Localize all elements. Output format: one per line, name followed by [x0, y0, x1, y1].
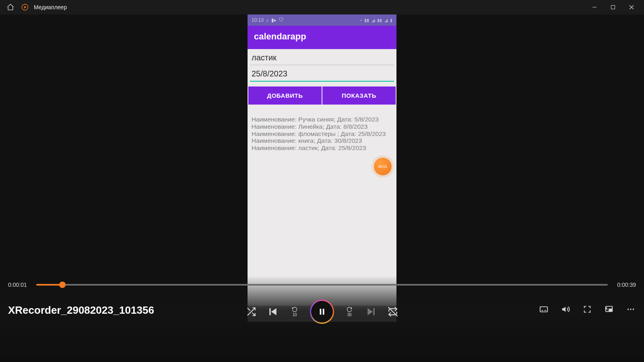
- repeat-button[interactable]: [388, 306, 398, 317]
- captions-button[interactable]: [539, 304, 549, 315]
- fullscreen-button[interactable]: [582, 304, 592, 315]
- svg-rect-7: [323, 309, 324, 315]
- svg-rect-3: [611, 6, 615, 9]
- rewind-10-button[interactable]: 10: [289, 306, 300, 317]
- svg-rect-9: [373, 308, 374, 315]
- svg-point-14: [627, 309, 629, 310]
- app-bar-title: calendarapp: [248, 26, 396, 49]
- signal-icon: ◢: [384, 18, 388, 23]
- items-list: Наименование: Ручка синяя; Дата: 5/8/202…: [248, 105, 396, 163]
- phone-screen: 10:13 ⌕ ▮▸ ⛉ • ▮▮ ◢ ▮▮ ◢ ▮ calendarapp л…: [248, 14, 396, 322]
- app-logo-icon: [21, 3, 29, 11]
- list-item: Наименование: Ручка синяя; Дата: 5/8/202…: [252, 116, 392, 123]
- camera-icon: ▮▸: [271, 17, 277, 23]
- window-title: Медиаплеер: [34, 4, 67, 10]
- svg-marker-8: [367, 308, 373, 315]
- seek-track[interactable]: [36, 284, 608, 286]
- list-item: Наименование: ластик; Дата: 25/8/2023: [252, 144, 392, 152]
- svg-rect-2: [592, 7, 597, 8]
- secondary-controls: [539, 304, 636, 315]
- elapsed-time: 0:00:01: [8, 282, 32, 288]
- signal-icon: ▮▮: [377, 18, 382, 23]
- close-button[interactable]: [622, 0, 641, 14]
- next-button[interactable]: [366, 306, 376, 317]
- dot-icon: •: [360, 18, 362, 23]
- add-button[interactable]: ДОБАВИТЬ: [248, 86, 322, 105]
- show-button[interactable]: ПОКАЗАТЬ: [322, 86, 396, 105]
- forward-label: 30: [347, 313, 351, 317]
- list-item: Наименование: фломастеры ; Дата: 25/8/20…: [252, 130, 392, 138]
- total-time: 0:00:39: [612, 282, 636, 288]
- recording-time: 00:01: [378, 165, 388, 169]
- more-button[interactable]: [625, 304, 636, 315]
- phone-clock: 10:13: [252, 17, 264, 23]
- svg-point-16: [633, 309, 634, 310]
- forward-30-button[interactable]: 30: [344, 306, 355, 317]
- action-row: ДОБАВИТЬ ПОКАЗАТЬ: [248, 86, 396, 105]
- status-icon: ⌕: [266, 17, 269, 23]
- minimize-button[interactable]: [585, 0, 604, 14]
- phone-status-bar: 10:13 ⌕ ▮▸ ⛉ • ▮▮ ◢ ▮▮ ◢ ▮: [248, 14, 396, 26]
- pause-icon: [318, 307, 326, 316]
- svg-marker-1: [24, 6, 26, 9]
- svg-rect-13: [609, 309, 612, 311]
- svg-marker-5: [271, 308, 277, 315]
- titlebar: Медиаплеер: [0, 0, 644, 14]
- date-input[interactable]: 25/8/2023: [250, 65, 394, 82]
- video-viewport[interactable]: 10:13 ⌕ ▮▸ ⛉ • ▮▮ ◢ ▮▮ ◢ ▮ calendarapp л…: [0, 14, 644, 276]
- shield-icon: ⛉: [279, 17, 284, 23]
- volume-button[interactable]: [560, 304, 571, 315]
- svg-rect-4: [269, 308, 270, 315]
- battery-icon: ▮: [390, 18, 392, 23]
- media-title: XRecorder_29082023_101356: [8, 304, 154, 317]
- miniplayer-button[interactable]: [604, 304, 614, 315]
- svg-marker-11: [562, 307, 566, 312]
- svg-point-15: [630, 309, 632, 310]
- maximize-button[interactable]: [604, 0, 622, 14]
- list-item: Наименование: книга; Дата: 30/8/2023: [252, 137, 392, 144]
- rewind-label: 10: [292, 313, 297, 317]
- svg-rect-10: [540, 307, 547, 312]
- play-pause-button[interactable]: [311, 301, 333, 323]
- recording-badge[interactable]: 00:01: [374, 158, 392, 175]
- seek-fill: [36, 284, 62, 286]
- seek-thumb[interactable]: [59, 282, 66, 288]
- signal-icon: ◢: [372, 18, 375, 23]
- seek-bar-row: 0:00:01 0:00:39: [8, 280, 636, 290]
- svg-rect-6: [320, 309, 322, 315]
- transport-controls: 10 30: [246, 301, 398, 323]
- name-input[interactable]: ластик: [250, 49, 394, 65]
- shuffle-button[interactable]: [246, 306, 256, 317]
- signal-icon: ▮▮: [364, 18, 369, 23]
- list-item: Наименование: Линейка; Дата: 8/8/2023: [252, 123, 392, 130]
- previous-button[interactable]: [268, 306, 278, 317]
- home-icon[interactable]: [6, 3, 14, 11]
